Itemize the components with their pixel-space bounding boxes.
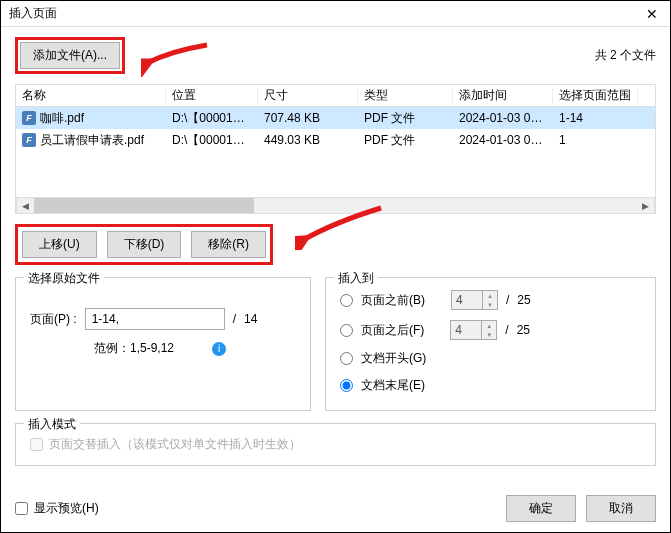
scroll-right-icon[interactable]: ▶ <box>637 198 654 213</box>
file-time: 2024-01-03 01:... <box>453 133 553 147</box>
chevron-down-icon[interactable]: ▼ <box>483 300 497 309</box>
after-page-stepper[interactable]: ▲▼ <box>450 320 497 340</box>
file-table: 名称 位置 尺寸 类型 添加时间 选择页面范围 F咖啡.pdf D:\【0000… <box>15 84 656 214</box>
example-label: 范例：1,5-9,12 <box>94 340 174 357</box>
page-total: 14 <box>244 312 257 326</box>
scroll-thumb[interactable] <box>34 198 254 213</box>
table-row[interactable]: F员工请假申请表.pdf D:\【00001】... 449.03 KB PDF… <box>16 129 655 151</box>
col-time[interactable]: 添加时间 <box>453 87 553 104</box>
close-icon[interactable]: ✕ <box>642 6 662 22</box>
file-name: 员工请假申请表.pdf <box>40 132 144 149</box>
pdf-file-icon: F <box>22 111 36 125</box>
file-type: PDF 文件 <box>358 132 453 149</box>
info-icon[interactable]: i <box>212 342 226 356</box>
remove-button[interactable]: 移除(R) <box>191 231 266 258</box>
col-size[interactable]: 尺寸 <box>258 87 358 104</box>
radio-doc-end-label: 文档末尾(E) <box>361 377 425 394</box>
file-type: PDF 文件 <box>358 110 453 127</box>
move-down-button[interactable]: 下移(D) <box>107 231 182 258</box>
mode-legend: 插入模式 <box>24 416 80 433</box>
insert-legend: 插入到 <box>334 270 378 287</box>
col-name[interactable]: 名称 <box>16 87 166 104</box>
file-size: 707.48 KB <box>258 111 358 125</box>
preview-checkbox[interactable] <box>15 502 28 515</box>
file-location: D:\【00001】... <box>166 110 258 127</box>
cancel-button[interactable]: 取消 <box>586 495 656 522</box>
file-time: 2024-01-03 01:... <box>453 111 553 125</box>
alternate-label: 页面交替插入（该模式仅对单文件插入时生效） <box>49 436 301 453</box>
alternate-checkbox <box>30 438 43 451</box>
radio-before[interactable] <box>340 294 353 307</box>
move-up-button[interactable]: 上移(U) <box>22 231 97 258</box>
table-row[interactable]: F咖啡.pdf D:\【00001】... 707.48 KB PDF 文件 2… <box>16 107 655 129</box>
annotation-arrow-icon <box>141 41 211 77</box>
col-range[interactable]: 选择页面范围 <box>553 87 638 104</box>
file-location: D:\【00001】... <box>166 132 258 149</box>
page-sep: / <box>233 312 236 326</box>
add-file-button[interactable]: 添加文件(A)... <box>20 42 120 69</box>
chevron-up-icon[interactable]: ▲ <box>483 291 497 300</box>
ok-button[interactable]: 确定 <box>506 495 576 522</box>
annotation-arrow-icon <box>295 204 385 250</box>
pdf-file-icon: F <box>22 133 36 147</box>
chevron-down-icon[interactable]: ▼ <box>482 330 496 339</box>
file-size: 449.03 KB <box>258 133 358 147</box>
page-range-input[interactable] <box>85 308 225 330</box>
radio-before-label: 页面之前(B) <box>361 292 425 309</box>
file-range: 1-14 <box>553 111 638 125</box>
file-name: 咖啡.pdf <box>40 110 84 127</box>
chevron-up-icon[interactable]: ▲ <box>482 321 496 330</box>
after-total: 25 <box>517 323 530 337</box>
highlight-add-file: 添加文件(A)... <box>15 37 125 74</box>
source-legend: 选择原始文件 <box>24 270 104 287</box>
preview-label: 显示预览(H) <box>34 500 99 517</box>
radio-doc-start-label: 文档开头(G) <box>361 350 426 367</box>
sep: / <box>506 293 509 307</box>
file-count-label: 共 2 个文件 <box>595 47 656 64</box>
file-range: 1 <box>553 133 638 147</box>
radio-after[interactable] <box>340 324 353 337</box>
radio-doc-end[interactable] <box>340 379 353 392</box>
col-location[interactable]: 位置 <box>166 87 258 104</box>
table-header: 名称 位置 尺寸 类型 添加时间 选择页面范围 <box>16 85 655 107</box>
page-label: 页面(P) : <box>30 311 77 328</box>
mode-fieldset: 插入模式 页面交替插入（该模式仅对单文件插入时生效） <box>15 423 656 466</box>
source-fieldset: 选择原始文件 页面(P) : / 14 范例：1,5-9,12 i <box>15 277 311 411</box>
highlight-buttons: 上移(U) 下移(D) 移除(R) <box>15 224 273 265</box>
scroll-left-icon[interactable]: ◀ <box>17 198 34 213</box>
col-type[interactable]: 类型 <box>358 87 453 104</box>
insert-fieldset: 插入到 页面之前(B) ▲▼ / 25 页面之后(F) ▲▼ / 25 文档开头… <box>325 277 656 411</box>
dialog-title: 插入页面 <box>9 5 642 22</box>
sep: / <box>505 323 508 337</box>
radio-doc-start[interactable] <box>340 352 353 365</box>
before-total: 25 <box>517 293 530 307</box>
before-page-stepper[interactable]: ▲▼ <box>451 290 498 310</box>
radio-after-label: 页面之后(F) <box>361 322 424 339</box>
